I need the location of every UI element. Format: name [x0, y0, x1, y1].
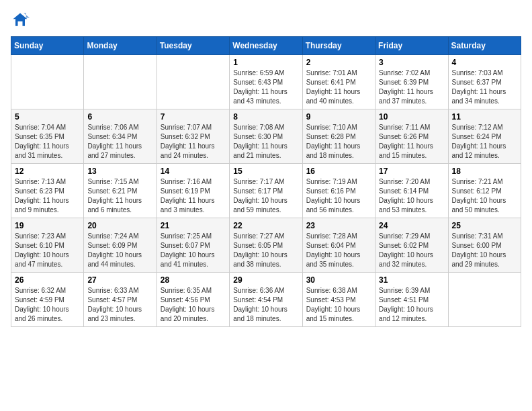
day-info: Sunrise: 6:39 AM Sunset: 4:51 PM Dayligh… [379, 286, 444, 324]
calendar-cell: 23Sunrise: 7:28 AM Sunset: 6:04 PM Dayli… [302, 218, 375, 273]
day-info: Sunrise: 7:04 AM Sunset: 6:35 PM Dayligh… [15, 123, 80, 161]
calendar-cell: 25Sunrise: 7:31 AM Sunset: 6:00 PM Dayli… [448, 218, 521, 273]
day-info: Sunrise: 7:24 AM Sunset: 6:09 PM Dayligh… [87, 232, 152, 269]
day-info: Sunrise: 7:31 AM Sunset: 6:00 PM Dayligh… [452, 232, 517, 269]
day-info: Sunrise: 7:06 AM Sunset: 6:34 PM Dayligh… [87, 123, 152, 161]
calendar-cell: 6Sunrise: 7:06 AM Sunset: 6:34 PM Daylig… [84, 109, 157, 164]
calendar-cell: 21Sunrise: 7:25 AM Sunset: 6:07 PM Dayli… [157, 218, 229, 273]
calendar-week-3: 12Sunrise: 7:13 AM Sunset: 6:23 PM Dayli… [11, 164, 521, 218]
day-number: 3 [379, 58, 444, 67]
day-number: 7 [161, 112, 226, 122]
day-number: 9 [306, 112, 371, 122]
calendar-cell: 5Sunrise: 7:04 AM Sunset: 6:35 PM Daylig… [11, 109, 84, 164]
day-info: Sunrise: 7:28 AM Sunset: 6:04 PM Dayligh… [306, 232, 371, 269]
calendar-cell: 31Sunrise: 6:39 AM Sunset: 4:51 PM Dayli… [375, 273, 448, 327]
calendar-week-2: 5Sunrise: 7:04 AM Sunset: 6:35 PM Daylig… [11, 109, 521, 164]
day-number: 4 [452, 58, 517, 67]
calendar-cell: 7Sunrise: 7:07 AM Sunset: 6:32 PM Daylig… [157, 109, 229, 164]
day-info: Sunrise: 7:29 AM Sunset: 6:02 PM Dayligh… [379, 232, 444, 269]
day-number: 6 [87, 112, 152, 122]
calendar-cell: 8Sunrise: 7:08 AM Sunset: 6:30 PM Daylig… [230, 109, 302, 164]
day-info: Sunrise: 7:15 AM Sunset: 6:21 PM Dayligh… [87, 177, 152, 215]
day-number: 16 [306, 167, 371, 176]
day-info: Sunrise: 6:38 AM Sunset: 4:53 PM Dayligh… [306, 286, 371, 324]
weekday-header-saturday: Saturday [448, 37, 521, 55]
calendar-cell: 24Sunrise: 7:29 AM Sunset: 6:02 PM Dayli… [375, 218, 448, 273]
day-info: Sunrise: 7:17 AM Sunset: 6:17 PM Dayligh… [233, 177, 298, 215]
calendar-cell [11, 55, 84, 109]
day-number: 12 [15, 167, 80, 176]
day-number: 23 [306, 221, 371, 230]
weekday-header-wednesday: Wednesday [230, 37, 302, 55]
day-number: 25 [452, 221, 517, 230]
calendar-cell: 27Sunrise: 6:33 AM Sunset: 4:57 PM Dayli… [84, 273, 157, 327]
day-info: Sunrise: 7:13 AM Sunset: 6:23 PM Dayligh… [15, 177, 80, 215]
svg-marker-0 [13, 13, 28, 26]
weekday-header-friday: Friday [375, 37, 448, 55]
calendar-cell: 14Sunrise: 7:16 AM Sunset: 6:19 PM Dayli… [157, 164, 229, 218]
calendar-cell: 30Sunrise: 6:38 AM Sunset: 4:53 PM Dayli… [302, 273, 375, 327]
calendar-cell: 29Sunrise: 6:36 AM Sunset: 4:54 PM Dayli… [230, 273, 302, 327]
day-number: 19 [15, 221, 80, 230]
day-info: Sunrise: 6:35 AM Sunset: 4:56 PM Dayligh… [161, 286, 226, 324]
day-info: Sunrise: 7:10 AM Sunset: 6:28 PM Dayligh… [306, 123, 371, 161]
day-number: 14 [161, 167, 226, 176]
day-number: 26 [15, 275, 80, 285]
weekday-header-thursday: Thursday [302, 37, 375, 55]
calendar-cell: 26Sunrise: 6:32 AM Sunset: 4:59 PM Dayli… [11, 273, 84, 327]
day-info: Sunrise: 6:32 AM Sunset: 4:59 PM Dayligh… [15, 286, 80, 324]
day-number: 30 [306, 275, 371, 285]
calendar-cell: 28Sunrise: 6:35 AM Sunset: 4:56 PM Dayli… [157, 273, 229, 327]
calendar-week-4: 19Sunrise: 7:23 AM Sunset: 6:10 PM Dayli… [11, 218, 521, 273]
calendar-cell: 10Sunrise: 7:11 AM Sunset: 6:26 PM Dayli… [375, 109, 448, 164]
calendar-cell: 11Sunrise: 7:12 AM Sunset: 6:24 PM Dayli… [448, 109, 521, 164]
weekday-header-sunday: Sunday [11, 37, 84, 55]
day-info: Sunrise: 6:59 AM Sunset: 6:43 PM Dayligh… [233, 68, 298, 106]
day-number: 24 [379, 221, 444, 230]
calendar-cell: 4Sunrise: 7:03 AM Sunset: 6:37 PM Daylig… [448, 55, 521, 109]
calendar-week-1: 1Sunrise: 6:59 AM Sunset: 6:43 PM Daylig… [11, 55, 521, 109]
day-info: Sunrise: 7:02 AM Sunset: 6:39 PM Dayligh… [379, 68, 444, 106]
calendar-cell: 22Sunrise: 7:27 AM Sunset: 6:05 PM Dayli… [230, 218, 302, 273]
calendar-cell: 20Sunrise: 7:24 AM Sunset: 6:09 PM Dayli… [84, 218, 157, 273]
calendar-cell: 13Sunrise: 7:15 AM Sunset: 6:21 PM Dayli… [84, 164, 157, 218]
day-info: Sunrise: 7:07 AM Sunset: 6:32 PM Dayligh… [161, 123, 226, 161]
calendar-cell: 19Sunrise: 7:23 AM Sunset: 6:10 PM Dayli… [11, 218, 84, 273]
calendar-cell: 15Sunrise: 7:17 AM Sunset: 6:17 PM Dayli… [230, 164, 302, 218]
weekday-header-tuesday: Tuesday [157, 37, 229, 55]
day-number: 10 [379, 112, 444, 122]
day-info: Sunrise: 7:11 AM Sunset: 6:26 PM Dayligh… [379, 123, 444, 161]
day-number: 29 [233, 275, 298, 285]
day-number: 20 [87, 221, 152, 230]
day-info: Sunrise: 7:25 AM Sunset: 6:07 PM Dayligh… [161, 232, 226, 269]
day-info: Sunrise: 7:16 AM Sunset: 6:19 PM Dayligh… [161, 177, 226, 215]
page-header [11, 11, 521, 30]
day-info: Sunrise: 6:36 AM Sunset: 4:54 PM Dayligh… [233, 286, 298, 324]
day-number: 18 [452, 167, 517, 176]
day-number: 28 [161, 275, 226, 285]
day-number: 13 [87, 167, 152, 176]
calendar-cell: 3Sunrise: 7:02 AM Sunset: 6:39 PM Daylig… [375, 55, 448, 109]
day-info: Sunrise: 7:27 AM Sunset: 6:05 PM Dayligh… [233, 232, 298, 269]
day-info: Sunrise: 7:21 AM Sunset: 6:12 PM Dayligh… [452, 177, 517, 215]
day-info: Sunrise: 7:19 AM Sunset: 6:16 PM Dayligh… [306, 177, 371, 215]
day-info: Sunrise: 7:20 AM Sunset: 6:14 PM Dayligh… [379, 177, 444, 215]
calendar-cell: 18Sunrise: 7:21 AM Sunset: 6:12 PM Dayli… [448, 164, 521, 218]
calendar-cell: 16Sunrise: 7:19 AM Sunset: 6:16 PM Dayli… [302, 164, 375, 218]
day-number: 2 [306, 58, 371, 67]
day-info: Sunrise: 7:23 AM Sunset: 6:10 PM Dayligh… [15, 232, 80, 269]
calendar-cell: 9Sunrise: 7:10 AM Sunset: 6:28 PM Daylig… [302, 109, 375, 164]
calendar-cell [157, 55, 229, 109]
day-number: 31 [379, 275, 444, 285]
calendar-cell: 17Sunrise: 7:20 AM Sunset: 6:14 PM Dayli… [375, 164, 448, 218]
calendar-cell: 1Sunrise: 6:59 AM Sunset: 6:43 PM Daylig… [230, 55, 302, 109]
day-info: Sunrise: 7:12 AM Sunset: 6:24 PM Dayligh… [452, 123, 517, 161]
logo-icon [11, 11, 30, 30]
weekday-header-monday: Monday [84, 37, 157, 55]
day-number: 15 [233, 167, 298, 176]
calendar-header: SundayMondayTuesdayWednesdayThursdayFrid… [11, 37, 521, 55]
day-number: 17 [379, 167, 444, 176]
calendar-week-5: 26Sunrise: 6:32 AM Sunset: 4:59 PM Dayli… [11, 273, 521, 327]
day-number: 22 [233, 221, 298, 230]
day-number: 21 [161, 221, 226, 230]
